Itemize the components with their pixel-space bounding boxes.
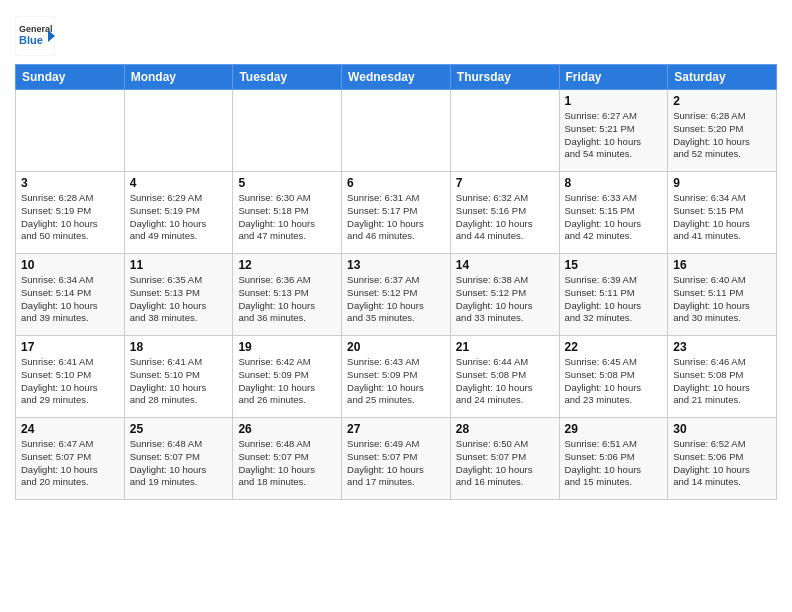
cell-info: Sunrise: 6:37 AM Sunset: 5:12 PM Dayligh…	[347, 274, 445, 325]
day-cell-24: 24Sunrise: 6:47 AM Sunset: 5:07 PM Dayli…	[16, 418, 125, 500]
day-number: 12	[238, 258, 336, 272]
cell-info: Sunrise: 6:43 AM Sunset: 5:09 PM Dayligh…	[347, 356, 445, 407]
day-number: 13	[347, 258, 445, 272]
day-number: 22	[565, 340, 663, 354]
cell-info: Sunrise: 6:34 AM Sunset: 5:15 PM Dayligh…	[673, 192, 771, 243]
day-number: 17	[21, 340, 119, 354]
cell-info: Sunrise: 6:32 AM Sunset: 5:16 PM Dayligh…	[456, 192, 554, 243]
cell-info: Sunrise: 6:48 AM Sunset: 5:07 PM Dayligh…	[130, 438, 228, 489]
day-header-friday: Friday	[559, 65, 668, 90]
day-number: 30	[673, 422, 771, 436]
empty-cell	[233, 90, 342, 172]
week-row-3: 10Sunrise: 6:34 AM Sunset: 5:14 PM Dayli…	[16, 254, 777, 336]
cell-info: Sunrise: 6:34 AM Sunset: 5:14 PM Dayligh…	[21, 274, 119, 325]
day-header-monday: Monday	[124, 65, 233, 90]
day-number: 29	[565, 422, 663, 436]
cell-info: Sunrise: 6:52 AM Sunset: 5:06 PM Dayligh…	[673, 438, 771, 489]
logo-icon: General Blue	[15, 16, 55, 56]
empty-cell	[16, 90, 125, 172]
day-cell-1: 1Sunrise: 6:27 AM Sunset: 5:21 PM Daylig…	[559, 90, 668, 172]
day-cell-25: 25Sunrise: 6:48 AM Sunset: 5:07 PM Dayli…	[124, 418, 233, 500]
cell-info: Sunrise: 6:39 AM Sunset: 5:11 PM Dayligh…	[565, 274, 663, 325]
day-cell-10: 10Sunrise: 6:34 AM Sunset: 5:14 PM Dayli…	[16, 254, 125, 336]
week-row-2: 3Sunrise: 6:28 AM Sunset: 5:19 PM Daylig…	[16, 172, 777, 254]
logo: General Blue	[15, 16, 55, 56]
cell-info: Sunrise: 6:38 AM Sunset: 5:12 PM Dayligh…	[456, 274, 554, 325]
day-cell-17: 17Sunrise: 6:41 AM Sunset: 5:10 PM Dayli…	[16, 336, 125, 418]
day-number: 8	[565, 176, 663, 190]
day-cell-6: 6Sunrise: 6:31 AM Sunset: 5:17 PM Daylig…	[342, 172, 451, 254]
day-number: 21	[456, 340, 554, 354]
cell-info: Sunrise: 6:28 AM Sunset: 5:20 PM Dayligh…	[673, 110, 771, 161]
day-header-tuesday: Tuesday	[233, 65, 342, 90]
week-row-4: 17Sunrise: 6:41 AM Sunset: 5:10 PM Dayli…	[16, 336, 777, 418]
day-cell-19: 19Sunrise: 6:42 AM Sunset: 5:09 PM Dayli…	[233, 336, 342, 418]
day-number: 10	[21, 258, 119, 272]
day-cell-15: 15Sunrise: 6:39 AM Sunset: 5:11 PM Dayli…	[559, 254, 668, 336]
day-number: 26	[238, 422, 336, 436]
day-number: 28	[456, 422, 554, 436]
week-row-1: 1Sunrise: 6:27 AM Sunset: 5:21 PM Daylig…	[16, 90, 777, 172]
day-number: 15	[565, 258, 663, 272]
day-number: 16	[673, 258, 771, 272]
cell-info: Sunrise: 6:44 AM Sunset: 5:08 PM Dayligh…	[456, 356, 554, 407]
day-cell-3: 3Sunrise: 6:28 AM Sunset: 5:19 PM Daylig…	[16, 172, 125, 254]
day-cell-7: 7Sunrise: 6:32 AM Sunset: 5:16 PM Daylig…	[450, 172, 559, 254]
header: General Blue	[15, 10, 777, 56]
day-number: 7	[456, 176, 554, 190]
day-cell-8: 8Sunrise: 6:33 AM Sunset: 5:15 PM Daylig…	[559, 172, 668, 254]
day-number: 2	[673, 94, 771, 108]
day-cell-13: 13Sunrise: 6:37 AM Sunset: 5:12 PM Dayli…	[342, 254, 451, 336]
day-number: 6	[347, 176, 445, 190]
day-cell-22: 22Sunrise: 6:45 AM Sunset: 5:08 PM Dayli…	[559, 336, 668, 418]
cell-info: Sunrise: 6:51 AM Sunset: 5:06 PM Dayligh…	[565, 438, 663, 489]
cell-info: Sunrise: 6:28 AM Sunset: 5:19 PM Dayligh…	[21, 192, 119, 243]
empty-cell	[450, 90, 559, 172]
week-row-5: 24Sunrise: 6:47 AM Sunset: 5:07 PM Dayli…	[16, 418, 777, 500]
day-cell-9: 9Sunrise: 6:34 AM Sunset: 5:15 PM Daylig…	[668, 172, 777, 254]
cell-info: Sunrise: 6:47 AM Sunset: 5:07 PM Dayligh…	[21, 438, 119, 489]
day-cell-27: 27Sunrise: 6:49 AM Sunset: 5:07 PM Dayli…	[342, 418, 451, 500]
day-number: 25	[130, 422, 228, 436]
day-cell-20: 20Sunrise: 6:43 AM Sunset: 5:09 PM Dayli…	[342, 336, 451, 418]
day-number: 11	[130, 258, 228, 272]
cell-info: Sunrise: 6:35 AM Sunset: 5:13 PM Dayligh…	[130, 274, 228, 325]
day-number: 18	[130, 340, 228, 354]
cell-info: Sunrise: 6:40 AM Sunset: 5:11 PM Dayligh…	[673, 274, 771, 325]
day-cell-16: 16Sunrise: 6:40 AM Sunset: 5:11 PM Dayli…	[668, 254, 777, 336]
cell-info: Sunrise: 6:41 AM Sunset: 5:10 PM Dayligh…	[21, 356, 119, 407]
empty-cell	[342, 90, 451, 172]
cell-info: Sunrise: 6:49 AM Sunset: 5:07 PM Dayligh…	[347, 438, 445, 489]
day-number: 14	[456, 258, 554, 272]
day-number: 9	[673, 176, 771, 190]
day-cell-5: 5Sunrise: 6:30 AM Sunset: 5:18 PM Daylig…	[233, 172, 342, 254]
day-cell-30: 30Sunrise: 6:52 AM Sunset: 5:06 PM Dayli…	[668, 418, 777, 500]
day-number: 4	[130, 176, 228, 190]
svg-text:General: General	[19, 24, 53, 34]
cell-info: Sunrise: 6:30 AM Sunset: 5:18 PM Dayligh…	[238, 192, 336, 243]
header-row: SundayMondayTuesdayWednesdayThursdayFrid…	[16, 65, 777, 90]
cell-info: Sunrise: 6:31 AM Sunset: 5:17 PM Dayligh…	[347, 192, 445, 243]
day-cell-29: 29Sunrise: 6:51 AM Sunset: 5:06 PM Dayli…	[559, 418, 668, 500]
day-number: 3	[21, 176, 119, 190]
day-cell-11: 11Sunrise: 6:35 AM Sunset: 5:13 PM Dayli…	[124, 254, 233, 336]
day-cell-26: 26Sunrise: 6:48 AM Sunset: 5:07 PM Dayli…	[233, 418, 342, 500]
cell-info: Sunrise: 6:27 AM Sunset: 5:21 PM Dayligh…	[565, 110, 663, 161]
day-cell-4: 4Sunrise: 6:29 AM Sunset: 5:19 PM Daylig…	[124, 172, 233, 254]
day-header-thursday: Thursday	[450, 65, 559, 90]
cell-info: Sunrise: 6:36 AM Sunset: 5:13 PM Dayligh…	[238, 274, 336, 325]
cell-info: Sunrise: 6:45 AM Sunset: 5:08 PM Dayligh…	[565, 356, 663, 407]
day-header-wednesday: Wednesday	[342, 65, 451, 90]
day-number: 20	[347, 340, 445, 354]
day-header-saturday: Saturday	[668, 65, 777, 90]
day-cell-21: 21Sunrise: 6:44 AM Sunset: 5:08 PM Dayli…	[450, 336, 559, 418]
logo-container: General Blue	[15, 16, 55, 56]
day-cell-28: 28Sunrise: 6:50 AM Sunset: 5:07 PM Dayli…	[450, 418, 559, 500]
day-number: 27	[347, 422, 445, 436]
page: General Blue SundayMondayTuesdayWednesda…	[0, 0, 792, 515]
day-cell-23: 23Sunrise: 6:46 AM Sunset: 5:08 PM Dayli…	[668, 336, 777, 418]
cell-info: Sunrise: 6:50 AM Sunset: 5:07 PM Dayligh…	[456, 438, 554, 489]
day-number: 5	[238, 176, 336, 190]
day-number: 24	[21, 422, 119, 436]
day-number: 23	[673, 340, 771, 354]
